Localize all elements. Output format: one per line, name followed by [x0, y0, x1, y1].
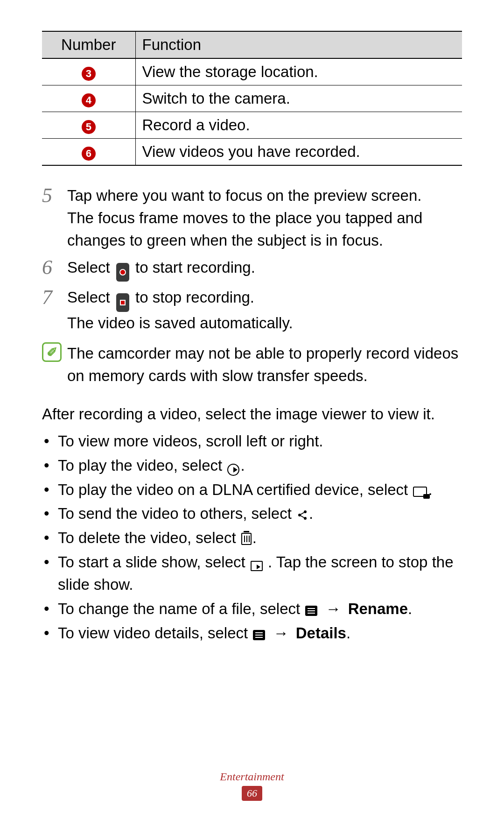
manual-page: Number Function 3 View the storage locat… — [0, 0, 504, 827]
row-function: Record a video. — [135, 112, 462, 139]
list-item: To delete the video, select . — [42, 527, 462, 549]
step-text-post: to start recording. — [135, 259, 255, 276]
step-text-post: to stop recording. — [135, 289, 254, 306]
list-period: . — [252, 529, 257, 546]
step-text-pre: Select — [67, 289, 114, 306]
page-number-badge: 66 — [242, 786, 262, 801]
play-icon — [227, 464, 239, 476]
svg-point-0 — [304, 510, 307, 513]
function-table: Number Function 3 View the storage locat… — [42, 31, 462, 166]
list-text-pre: To view video details, select — [58, 624, 252, 642]
row-function: Switch to the camera. — [135, 85, 462, 112]
step-number: 7 — [42, 286, 67, 334]
table-header-number: Number — [42, 31, 135, 58]
list-item: To send the video to others, select . — [42, 502, 462, 525]
table-row: 5 Record a video. — [42, 112, 462, 139]
menu-icon — [253, 630, 265, 640]
list-text-pre: To play the video, select — [58, 457, 226, 474]
menu-action: Rename — [348, 600, 408, 617]
row-number-badge: 6 — [82, 147, 96, 161]
footer-section: Entertainment — [0, 770, 504, 783]
step-text-pre: Select — [67, 259, 114, 276]
table-row: 4 Switch to the camera. — [42, 85, 462, 112]
list-period: . — [408, 600, 412, 617]
table-row: 6 View videos you have recorded. — [42, 139, 462, 166]
step-number: 6 — [42, 256, 67, 282]
stop-icon — [116, 293, 129, 312]
page-footer: Entertainment 66 — [0, 770, 504, 801]
list-period: . — [240, 457, 245, 474]
list-text-pre: To start a slide show, select — [58, 553, 250, 571]
dlna-icon — [413, 487, 427, 497]
menu-icon — [305, 606, 317, 616]
step-5: 5 Tap where you want to focus on the pre… — [42, 184, 462, 252]
trash-icon — [241, 533, 252, 545]
row-function: View videos you have recorded. — [135, 139, 462, 166]
list-item: To view more videos, scroll left or righ… — [42, 430, 462, 452]
step-text: Select to stop recording. — [67, 286, 293, 312]
slideshow-icon — [251, 561, 263, 571]
list-item: To view video details, select → Details. — [42, 622, 462, 644]
row-number-badge: 3 — [82, 67, 96, 81]
list-item: To play the video, select . — [42, 454, 462, 477]
table-header-function: Function — [135, 31, 462, 58]
after-recording-paragraph: After recording a video, select the imag… — [42, 403, 462, 425]
row-number-badge: 4 — [82, 93, 96, 107]
step-text: Tap where you want to focus on the previ… — [67, 184, 462, 207]
note-block: ✐ The camcorder may not be able to prope… — [42, 342, 462, 387]
row-function: View the storage location. — [135, 58, 462, 85]
note-text: The camcorder may not be able to properl… — [67, 342, 462, 387]
step-number: 5 — [42, 184, 67, 252]
list-text-pre: To play the video on a DLNA certified de… — [58, 481, 412, 498]
step-text: The video is saved automatically. — [67, 312, 293, 334]
step-text: The focus frame moves to the place you t… — [67, 207, 462, 252]
list-period: . — [346, 624, 350, 642]
row-number-badge: 5 — [82, 120, 96, 134]
step-6: 6 Select to start recording. — [42, 256, 462, 282]
list-text-pre: To delete the video, select — [58, 529, 240, 546]
menu-action: Details — [296, 624, 346, 642]
table-row: 3 View the storage location. — [42, 58, 462, 85]
step-7: 7 Select to stop recording. The video is… — [42, 286, 462, 334]
list-item: To start a slide show, select . Tap the … — [42, 551, 462, 596]
list-text-pre: To send the video to others, select — [58, 505, 296, 522]
step-text: Select to start recording. — [67, 256, 255, 282]
list-text-pre: To change the name of a file, select — [58, 600, 304, 617]
tips-list: To view more videos, scroll left or righ… — [42, 430, 462, 644]
note-icon: ✐ — [42, 342, 62, 362]
share-icon — [297, 509, 308, 521]
record-icon — [116, 263, 129, 282]
arrow-icon: → — [273, 624, 289, 642]
arrow-icon: → — [326, 600, 341, 617]
svg-point-1 — [298, 514, 301, 516]
list-item: To play the video on a DLNA certified de… — [42, 479, 462, 501]
steps-list: 5 Tap where you want to focus on the pre… — [42, 184, 462, 334]
list-item: To change the name of a file, select → R… — [42, 598, 462, 620]
svg-point-2 — [304, 517, 307, 520]
list-period: . — [309, 505, 313, 522]
